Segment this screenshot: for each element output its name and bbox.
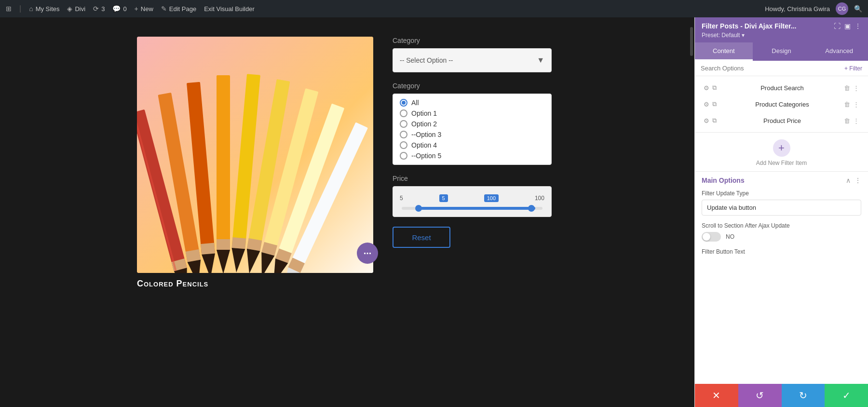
radio-item-option5[interactable]: --Option 5 [400, 152, 544, 160]
filter-panel: Category -- Select Option -- ▼ Category … [393, 37, 552, 248]
radio-list: All Option 1 Option 2 --Option 3 [393, 94, 552, 165]
collapse-icon[interactable]: ∧ [846, 176, 851, 184]
svg-rect-15 [232, 237, 246, 249]
radio-item-option1[interactable]: Option 1 [400, 109, 544, 117]
tab-advanced[interactable]: Advanced [810, 42, 868, 61]
sidebar-tabs: Content Design Advanced [695, 42, 868, 61]
bottom-bar: ✕ ↺ ↻ ✓ [695, 384, 868, 407]
exit-builder-link[interactable]: Exit Visual Builder [204, 5, 255, 13]
settings-icon[interactable]: ⚙ [704, 84, 709, 92]
save-button[interactable]: ✓ [825, 384, 868, 407]
svg-rect-9 [201, 243, 215, 255]
filter-section-dropdown: Category -- Select Option -- ▼ [393, 37, 552, 72]
wp-logo[interactable]: ⊞ [6, 5, 12, 13]
main-options-title: Main Options [702, 176, 745, 184]
fullscreen-icon[interactable]: ⛶ [834, 22, 841, 30]
revisions-icon: ⟳ [93, 5, 99, 13]
reset-button[interactable]: Reset [393, 227, 450, 248]
radio-button-all[interactable] [400, 99, 407, 107]
filter-update-type-label: Filter Update Type [702, 190, 861, 197]
slider-thumb-left[interactable] [415, 205, 422, 212]
add-filter-label: Add New Filter Item [756, 160, 807, 166]
more-options-icon-2[interactable]: ⋮ [853, 101, 859, 108]
delete-icon-2[interactable]: 🗑 [844, 101, 850, 108]
price-section: Price 5 5 100 100 [393, 175, 552, 217]
radio-item-option4[interactable]: Option 4 [400, 141, 544, 149]
edit-page-link[interactable]: ✎ Edit Page [161, 5, 196, 13]
filter-item-product-price[interactable]: ⚙ ⧉ Product Price 🗑 ⋮ [701, 113, 862, 128]
product-image [137, 37, 373, 273]
slider-thumb-right[interactable] [528, 205, 535, 212]
new-link[interactable]: + New [135, 5, 153, 13]
slider-left-handle-value: 5 [439, 194, 448, 202]
radio-button-option4[interactable] [400, 141, 407, 149]
search-options-input[interactable] [701, 65, 841, 72]
filter-item-product-search[interactable]: ⚙ ⧉ Product Search 🗑 ⋮ [701, 80, 862, 95]
settings-icon-3[interactable]: ⚙ [704, 117, 709, 124]
edit-icon: ✎ [161, 5, 167, 13]
select-dropdown[interactable]: -- Select Option -- ▼ [393, 48, 552, 72]
slider-fill [419, 207, 535, 210]
category-label-1: Category [393, 37, 552, 44]
scroll-after-ajax-label: Scroll to Section After Ajax Update [702, 222, 861, 229]
pencils-illustration [137, 37, 373, 273]
preset-label: Preset: Default [702, 32, 740, 39]
my-sites-link[interactable]: ⌂ My Sites [29, 5, 59, 13]
dots-button[interactable]: ··· [357, 243, 378, 264]
sidebar-preset[interactable]: Preset: Default ▾ [702, 32, 861, 39]
preset-arrow-icon: ▾ [742, 32, 745, 39]
radio-item-option2[interactable]: Option 2 [400, 120, 544, 128]
top-bar: ⊞ | ⌂ My Sites ◈ Divi ⟳ 3 💬 0 + New ✎ Ed… [0, 0, 868, 17]
more-icon[interactable]: ⋮ [854, 22, 861, 30]
select-placeholder: -- Select Option -- [400, 56, 453, 64]
comments-icon: 💬 [112, 5, 121, 13]
duplicate-icon-3[interactable]: ⧉ [712, 117, 717, 124]
sidebar-title: Filter Posts - Divi Ajax Filter... [702, 22, 834, 30]
more-options-icon-3[interactable]: ⋮ [853, 117, 859, 124]
price-slider-container: 5 5 100 100 [393, 186, 552, 217]
toggle-state-label: NO [726, 233, 734, 240]
filter-item-label-price: Product Price [720, 117, 844, 124]
undo-button[interactable]: ↺ [738, 384, 782, 407]
duplicate-icon[interactable]: ⧉ [712, 84, 717, 92]
category-label-2: Category [393, 82, 552, 90]
add-filter-row: + Add New Filter Item [695, 133, 868, 172]
cancel-button[interactable]: ✕ [695, 384, 738, 407]
redo-button[interactable]: ↻ [782, 384, 825, 407]
sidebar-title-icons: ⛶ ▣ ⋮ [834, 22, 861, 30]
avatar[interactable]: CG [836, 2, 848, 15]
delete-icon[interactable]: 🗑 [844, 84, 850, 92]
delete-icon-3[interactable]: 🗑 [844, 117, 850, 124]
toggle-knob [703, 233, 710, 241]
filter-update-type-select[interactable]: Update via button [702, 200, 861, 216]
panel-icon[interactable]: ▣ [844, 22, 851, 30]
filter-button-text-label: Filter Button Text [702, 248, 861, 255]
toggle-row: NO [702, 232, 861, 242]
settings-icon-2[interactable]: ⚙ [704, 101, 709, 108]
filter-item-actions-categories: 🗑 ⋮ [844, 101, 859, 108]
scroll-thumb[interactable] [690, 27, 693, 56]
main-options-section: Main Options ∧ ⋮ Filter Update Type Upda… [695, 172, 868, 384]
tab-content[interactable]: Content [695, 42, 753, 61]
duplicate-icon-2[interactable]: ⧉ [712, 100, 717, 108]
divi-link[interactable]: ◈ Divi [67, 5, 85, 13]
svg-rect-11 [217, 75, 230, 249]
radio-button-option1[interactable] [400, 109, 407, 117]
radio-button-option3[interactable] [400, 131, 407, 138]
comments-link[interactable]: 💬 0 [112, 5, 126, 13]
radio-button-option2[interactable] [400, 120, 407, 128]
radio-item-option3[interactable]: --Option 3 [400, 131, 544, 138]
filter-add-button[interactable]: + Filter [844, 65, 862, 72]
add-filter-button[interactable]: + [773, 139, 790, 157]
tab-design[interactable]: Design [753, 42, 811, 61]
filter-item-product-categories[interactable]: ⚙ ⧉ Product Categories 🗑 ⋮ [701, 96, 862, 112]
price-label: Price [393, 175, 552, 182]
search-icon[interactable]: 🔍 [854, 5, 862, 13]
radio-button-option5[interactable] [400, 152, 407, 160]
radio-item-all[interactable]: All [400, 99, 544, 107]
section-more-icon[interactable]: ⋮ [854, 176, 861, 184]
more-options-icon[interactable]: ⋮ [853, 84, 859, 92]
scroll-toggle[interactable] [702, 232, 721, 242]
scroll-track [689, 17, 694, 407]
revisions-link[interactable]: ⟳ 3 [93, 5, 105, 13]
